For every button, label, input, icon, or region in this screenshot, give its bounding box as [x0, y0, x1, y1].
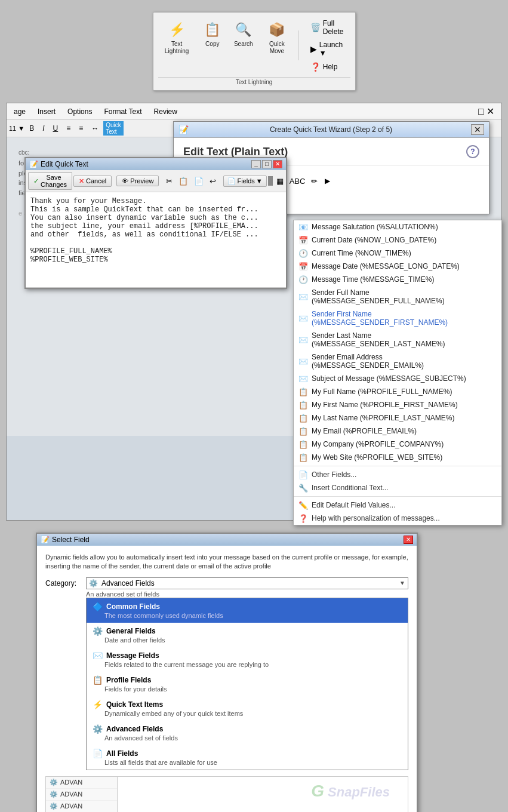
my-company-icon: 📋	[298, 440, 308, 449]
menu-sender-first-name[interactable]: ✉️ Sender First Name (%MESSAGE_SENDER_FI…	[294, 307, 501, 329]
sf-main-area: ⚙️ ADVAN ⚙️ ADVAN ⚙️ ADVAN ⚙️ ADVAN	[45, 776, 408, 812]
subject-icon: ✉️	[298, 374, 308, 383]
menu-my-company[interactable]: 📋 My Company (%PROFILE_COMPANY%)	[294, 438, 501, 451]
preview-button[interactable]: 👁 Preview	[116, 176, 159, 186]
menu-message-salutation[interactable]: 📧 Message Salutation (%SALUTATION%)	[294, 220, 501, 233]
menu-subject[interactable]: ✉️ Subject of Message (%MESSAGE_SUBJECT%…	[294, 372, 501, 385]
menu-sender-last-name[interactable]: ✉️ Sender Last Name (%MESSAGE_SENDER_LAS…	[294, 329, 501, 350]
sf-category-desc: An advanced set of fields	[86, 590, 408, 598]
menu-age[interactable]: age	[11, 106, 28, 117]
my-email-icon: 📋	[298, 427, 308, 436]
color-picker-btn[interactable]	[268, 176, 273, 186]
general-fields-desc: Date and other fields	[93, 636, 402, 644]
sf-left-item-2[interactable]: ⚙️ ADVAN	[46, 789, 117, 801]
highlight-btn[interactable]: ✏	[309, 176, 320, 187]
menu-my-web-site[interactable]: 📋 My Web Site (%PROFILE_WEB_SITE%)	[294, 451, 501, 464]
menu-review[interactable]: Review	[152, 106, 180, 117]
common-fields-desc: The most commonly used dynamic fields	[93, 612, 402, 619]
advanced-fields-desc: An advanced set of fields	[93, 734, 402, 742]
text-lightning-button[interactable]: ⚡ Text Lightning	[158, 17, 196, 58]
sf-close-button[interactable]: ✕	[404, 536, 413, 544]
menu-current-date[interactable]: 📅 Current Date (%NOW_LONG_DATE%)	[294, 233, 501, 247]
menu-format-text[interactable]: Format Text	[101, 106, 144, 117]
underline-button[interactable]: U	[50, 122, 62, 134]
menu-other-fields[interactable]: 📄 Other Fields...	[294, 468, 501, 481]
bullets-button[interactable]: ≡	[63, 122, 74, 134]
sf-dropdown-item-quick-text[interactable]: ⚡ Quick Text Items Dynamically embed any…	[87, 696, 408, 721]
message-fields-icon: ✉️	[93, 651, 103, 660]
copy-button[interactable]: 📋 Copy	[198, 17, 227, 51]
sender-email-icon: ✉️	[298, 357, 308, 366]
paste-button[interactable]: 📄	[192, 176, 206, 187]
menu-help-personalization[interactable]: ❓ Help with personalization of messages.…	[294, 512, 501, 525]
editor-menubar: age Insert Options Format Text Review □ …	[7, 103, 501, 120]
maximize-button[interactable]: □	[262, 160, 272, 168]
sf-dropdown-item-general[interactable]: ⚙️ General Fields Date and other fields	[87, 623, 408, 647]
sf-left-item-3[interactable]: ⚙️ ADVAN	[46, 801, 117, 812]
message-date-icon: 📅	[298, 262, 308, 271]
sf-left-item-1[interactable]: ⚙️ ADVAN	[46, 777, 117, 789]
full-delete-button[interactable]: 🗑️ Full Delete	[306, 17, 350, 38]
scroll-right-btn[interactable]: ▶	[325, 177, 330, 185]
help-button[interactable]: ❓ Help	[306, 60, 350, 73]
menu-sender-full-name[interactable]: ✉️ Sender Full Name (%MESSAGE_SENDER_FUL…	[294, 286, 501, 307]
menu-options[interactable]: Options	[65, 106, 94, 117]
menu-insert-conditional[interactable]: 🔧 Insert Conditional Text...	[294, 481, 501, 494]
sf-dropdown-item-common[interactable]: 🔷 Common Fields The most commonly used d…	[87, 598, 408, 623]
menu-insert[interactable]: Insert	[35, 106, 58, 117]
sf-left-item-3-icon: ⚙️	[50, 802, 58, 810]
menu-current-time[interactable]: 🕐 Current Time (%NOW_TIME%)	[294, 247, 501, 260]
launch-button[interactable]: ▶ Launch ▼	[306, 39, 350, 59]
edit-qt-text-area[interactable]: Thank you for your Message. This is a sa…	[26, 192, 286, 288]
sf-dropdown-item-advanced[interactable]: ⚙️ Advanced Fields An advanced set of fi…	[87, 721, 408, 745]
wizard-help-icon[interactable]: ?	[466, 145, 479, 158]
italic-button[interactable]: I	[39, 122, 48, 134]
copy-label: Copy	[205, 41, 219, 48]
quick-text-items-desc: Dynamically embed any of your quick text…	[93, 710, 402, 717]
numbering-button[interactable]: ≡	[75, 122, 87, 134]
wizard-close-button[interactable]: ✕	[471, 124, 484, 135]
sf-dropdown-item-all[interactable]: 📄 All Fields Lists all fields that are a…	[87, 745, 408, 770]
cut-button[interactable]: ✂	[164, 176, 175, 187]
spellcheck-btn[interactable]: ABC	[287, 176, 308, 187]
menu-message-date[interactable]: 📅 Message Date (%MESSAGE_LONG_DATE%)	[294, 260, 501, 273]
fields-dropdown-button[interactable]: 📄 Fields ▼	[223, 176, 266, 187]
menu-sender-email[interactable]: ✉️ Sender Email Address (%MESSAGE_SENDER…	[294, 350, 501, 372]
undo-button[interactable]: ↩	[207, 176, 218, 187]
menu-edit-default[interactable]: ✏️ Edit Default Field Values...	[294, 499, 501, 512]
wizard-title-text: Create Quick Text Wizard (Step 2 of 5)	[270, 125, 392, 134]
sf-category-combo[interactable]: ⚙️ Advanced Fields ▼	[86, 577, 408, 589]
format-btn[interactable]: ▦	[274, 176, 286, 187]
quick-text-btn[interactable]: QuickText	[103, 121, 124, 136]
copy-icon: 📋	[203, 20, 222, 39]
save-changes-button[interactable]: ✓ Save Changes	[28, 172, 72, 190]
menu-my-email[interactable]: 📋 My Email (%PROFILE_EMAIL%)	[294, 425, 501, 438]
window-controls: □ ✕	[476, 104, 497, 118]
my-last-name-icon: 📋	[298, 414, 308, 423]
sf-left-item-1-icon: ⚙️	[50, 779, 58, 786]
edit-qt-title-icon: 📝	[29, 160, 38, 168]
sender-full-name-icon: ✉️	[298, 293, 308, 302]
edit-qt-toolbar: ✓ Save Changes ✕ Cancel 👁 Preview ✂ 📋 📄 …	[26, 170, 286, 192]
sf-dropdown-item-message[interactable]: ✉️ Message Fields Fields related to the …	[87, 647, 408, 672]
minimize-button[interactable]: _	[251, 160, 261, 168]
help-icon: ❓	[310, 62, 321, 72]
help-personalization-icon: ❓	[298, 514, 308, 523]
sf-description: Dynamic fields allow you to automaticall…	[45, 553, 408, 571]
wizard-header-title: Edit Text (Plain Text)	[183, 146, 288, 158]
indent-button[interactable]: ↔	[88, 122, 102, 134]
search-button[interactable]: 🔍 Search	[229, 17, 258, 51]
menu-my-full-name[interactable]: 📋 My Full Name (%PROFILE_FULL_NAME%)	[294, 385, 501, 398]
sf-dropdown-item-profile[interactable]: 📋 Profile Fields Fields for your details	[87, 672, 408, 696]
quick-move-button[interactable]: 📦 Quick Move	[260, 17, 294, 58]
bold-button[interactable]: B	[26, 122, 38, 134]
menu-message-time[interactable]: 🕐 Message Time (%MESSAGE_TIME%)	[294, 273, 501, 286]
menu-my-last-name[interactable]: 📋 My Last Name (%PROFILE_LAST_NAME%)	[294, 411, 501, 425]
menu-my-first-name[interactable]: 📋 My First Name (%PROFILE_FIRST_NAME%)	[294, 398, 501, 411]
close-button[interactable]: ✕	[273, 160, 282, 168]
cancel-button[interactable]: ✕ Cancel	[73, 176, 112, 187]
profile-fields-desc: Fields for your details	[93, 685, 402, 693]
sf-title-icon: 📝	[41, 536, 50, 544]
edit-qt-window-controls: _ □ ✕	[251, 160, 282, 168]
copy-icon-button[interactable]: 📋	[176, 176, 190, 187]
